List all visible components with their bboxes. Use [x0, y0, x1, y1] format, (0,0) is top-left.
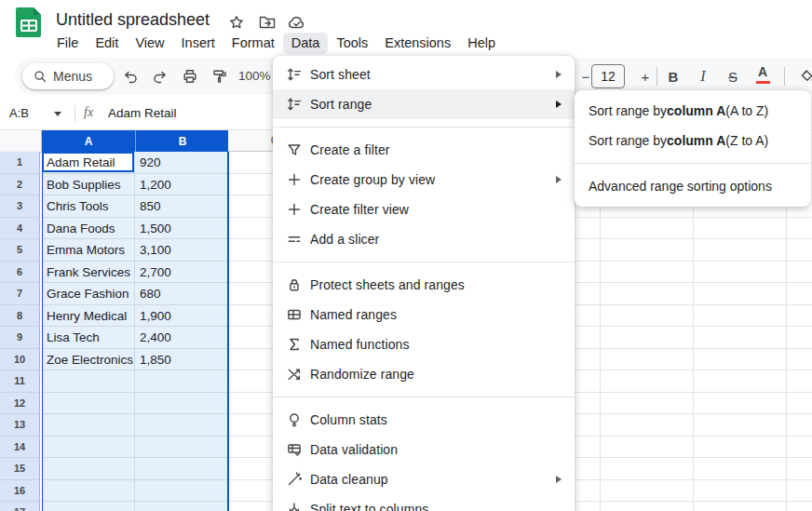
cell-b3[interactable]: 850 [135, 195, 228, 218]
menu-item-data-cleanup[interactable]: Data cleanup [273, 464, 575, 494]
table-row: Adam Retail920 [42, 152, 228, 174]
submenu-item-advanced-range-sorting-options[interactable]: Advanced range sorting options [575, 171, 811, 201]
cell-a5[interactable]: Emma Motors [42, 239, 135, 262]
menu-item-named-functions[interactable]: Named functions [273, 329, 575, 359]
cell-a10[interactable]: Zoe Electronics [42, 349, 135, 371]
row-header[interactable]: 10 [0, 349, 40, 371]
font-size-input[interactable]: 12 [591, 64, 625, 88]
row-header[interactable]: 1 [0, 152, 40, 174]
table-row: Lisa Tech2,400 [42, 327, 228, 349]
row-header[interactable]: 15 [0, 458, 40, 480]
menu-view[interactable]: View [127, 33, 172, 54]
fill-color-icon[interactable] [795, 65, 812, 87]
menu-item-sort-range[interactable]: Sort range [273, 89, 575, 119]
menubar: File Edit View Insert Format Data Tools … [48, 33, 504, 54]
cell-b7[interactable]: 680 [135, 283, 228, 305]
column-header-a[interactable]: A [42, 130, 135, 152]
cell-a7[interactable]: Grace Fashion [42, 283, 135, 305]
sheets-logo-icon[interactable] [15, 7, 43, 38]
cell-a6[interactable]: Frank Services [42, 262, 135, 284]
cell-a3[interactable]: Chris Tools [42, 195, 135, 218]
google-sheets-app: Untitled spreadsheet File Edit View Inse… [0, 0, 812, 511]
zoom-control[interactable]: 100% [238, 69, 271, 83]
menu-item-split-text-to-columns[interactable]: Split text to columns [273, 494, 575, 511]
menu-item-sort-sheet[interactable]: Sort sheet [273, 60, 575, 89]
row-header[interactable]: 5 [0, 239, 40, 262]
row-header[interactable]: 16 [0, 480, 40, 503]
undo-icon[interactable] [118, 65, 142, 87]
bold-button[interactable]: B [661, 65, 685, 87]
text-color-button[interactable]: A [751, 63, 775, 86]
cell-a4[interactable]: Dana Foods [42, 218, 135, 240]
menu-extensions[interactable]: Extensions [376, 33, 459, 54]
menu-edit[interactable]: Edit [87, 33, 127, 54]
strikethrough-button[interactable]: S [721, 65, 745, 87]
table-row: Grace Fashion680 [42, 283, 228, 305]
cloud-saved-icon[interactable] [287, 13, 307, 32]
page-title[interactable]: Untitled spreadsheet [56, 10, 210, 30]
menus-label: Menus [53, 69, 92, 84]
cell-b4[interactable]: 1,500 [135, 218, 228, 240]
cell-b6[interactable]: 2,700 [135, 262, 228, 284]
menu-file[interactable]: File [48, 33, 87, 54]
menu-tools[interactable]: Tools [328, 33, 376, 54]
print-icon[interactable] [178, 65, 202, 87]
menu-format[interactable]: Format [223, 33, 283, 54]
lock-icon [286, 276, 303, 293]
menu-item-create-group-by-view[interactable]: Create group by view [273, 165, 575, 195]
formula-input[interactable]: Adam Retail [108, 106, 177, 120]
cell-a2[interactable]: Bob Supplies [42, 174, 135, 196]
shuffle-icon [286, 366, 303, 383]
menu-data[interactable]: Data [283, 33, 329, 54]
submenu-arrow-icon [556, 176, 562, 183]
menu-insert[interactable]: Insert [173, 33, 223, 54]
text-color-swatch [756, 81, 770, 84]
slicer-icon [286, 231, 303, 248]
lightbulb-icon [286, 411, 303, 428]
row-header[interactable]: 3 [0, 195, 40, 218]
cell-b1[interactable]: 920 [135, 152, 228, 174]
redo-icon[interactable] [148, 65, 172, 87]
row-header[interactable]: 11 [0, 370, 40, 393]
move-folder-icon[interactable] [257, 13, 277, 32]
row-header[interactable]: 4 [0, 218, 40, 240]
row-header[interactable]: 9 [0, 327, 40, 349]
row-header[interactable]: 17 [0, 502, 40, 511]
menu-item-create-filter-view[interactable]: Create filter view [273, 195, 575, 224]
increase-font-size-button[interactable]: + [633, 65, 657, 87]
row-header[interactable]: 7 [0, 283, 40, 305]
row-header[interactable]: 8 [0, 305, 40, 328]
italic-button[interactable]: I [691, 65, 715, 87]
row-header[interactable]: 13 [0, 414, 40, 437]
cell-b9[interactable]: 2,400 [135, 327, 228, 349]
paint-format-icon[interactable] [208, 65, 232, 87]
menus-search-button[interactable]: Menus [22, 63, 114, 89]
cell-b2[interactable]: 1,200 [135, 174, 228, 196]
submenu-item-sort-a-to-z[interactable]: Sort range by column A (A to Z) [575, 96, 811, 126]
table-row: Chris Tools850 [42, 195, 228, 218]
column-header-b[interactable]: B [135, 130, 229, 152]
select-all-corner[interactable] [0, 130, 42, 153]
row-header[interactable]: 14 [0, 437, 40, 459]
menu-item-column-stats[interactable]: Column stats [273, 405, 575, 435]
row-header[interactable]: 12 [0, 393, 40, 415]
menu-item-protect-sheets-and-ranges[interactable]: Protect sheets and ranges [273, 270, 575, 300]
row-header[interactable]: 6 [0, 262, 40, 284]
menu-item-add-a-slicer[interactable]: Add a slicer [273, 224, 575, 254]
cell-b8[interactable]: 1,900 [135, 305, 228, 328]
cell-b10[interactable]: 1,850 [135, 349, 228, 371]
cell-a9[interactable]: Lisa Tech [42, 327, 135, 349]
cell-b5[interactable]: 3,100 [135, 239, 228, 262]
menu-item-create-a-filter[interactable]: Create a filter [273, 135, 575, 165]
menu-item-named-ranges[interactable]: Named ranges [273, 300, 575, 329]
menu-item-randomize-range[interactable]: Randomize range [273, 359, 575, 389]
star-icon[interactable] [226, 13, 247, 32]
menu-item-data-validation[interactable]: Data validation [273, 435, 575, 464]
name-box[interactable]: A:B [0, 98, 73, 129]
submenu-item-sort-z-to-a[interactable]: Sort range by column A (Z to A) [575, 126, 811, 155]
cell-a1[interactable]: Adam Retail [42, 152, 135, 174]
sort-icon [286, 66, 303, 83]
cell-a8[interactable]: Henry Medical [42, 305, 135, 328]
menu-help[interactable]: Help [459, 33, 504, 54]
row-header[interactable]: 2 [0, 174, 40, 196]
